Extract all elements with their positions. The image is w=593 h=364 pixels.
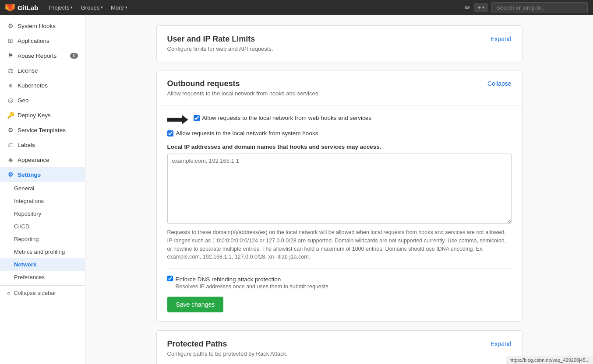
sidebar-item-license[interactable]: ⚖ License bbox=[0, 63, 85, 78]
expand-protected-paths-button[interactable]: Expand bbox=[491, 340, 511, 347]
user-ip-rate-limits-header: User and IP Rate Limits Configure limits… bbox=[157, 26, 522, 61]
plus-icon: + bbox=[477, 4, 481, 11]
user-ip-rate-limits-section: User and IP Rate Limits Configure limits… bbox=[156, 25, 522, 61]
sidebar-item-kubernetes[interactable]: ⎈ Kubernetes bbox=[0, 78, 85, 93]
geo-icon: ◎ bbox=[7, 97, 14, 104]
content-inner: User and IP Rate Limits Configure limits… bbox=[142, 15, 537, 364]
deploy-keys-icon: 🔑 bbox=[7, 112, 14, 119]
sidebar-sub-item-metrics-profiling[interactable]: Metrics and profiling bbox=[0, 245, 85, 258]
sidebar-item-service-templates[interactable]: ⚙ Service Templates bbox=[0, 122, 85, 137]
service-templates-icon: ⚙ bbox=[7, 126, 14, 133]
abuse-badge: 0 bbox=[70, 53, 78, 59]
outbound-requests-body: Allow requests to the local network from… bbox=[157, 106, 522, 321]
sidebar-item-abuse-reports[interactable]: ⚑ Abuse Reports 0 bbox=[0, 48, 85, 63]
expand-rate-limits-button[interactable]: Expand bbox=[491, 35, 511, 42]
groups-chevron-icon: ▾ bbox=[101, 5, 103, 10]
sidebar-sub-item-integrations[interactable]: Integrations bbox=[0, 195, 85, 207]
allow-web-hooks-row: Allow requests to the local network from… bbox=[194, 115, 371, 121]
more-menu[interactable]: More ▾ bbox=[107, 3, 131, 13]
sidebar-sub-item-reporting[interactable]: Reporting bbox=[0, 233, 85, 245]
sidebar-item-applications[interactable]: ⊞ Applications bbox=[0, 33, 85, 48]
search-input[interactable] bbox=[491, 2, 588, 13]
arrow-icon bbox=[167, 115, 188, 125]
allow-system-hooks-label: Allow requests to the local network from… bbox=[176, 130, 318, 136]
protected-paths-info: Protected Paths Configure paths to be pr… bbox=[167, 340, 288, 357]
sidebar-sub-item-preferences[interactable]: Preferences bbox=[0, 271, 85, 284]
ip-field-label: Local IP addresses and domain names that… bbox=[167, 144, 512, 150]
main-layout: ⚙ System Hooks ⊞ Applications ⚑ Abuse Re… bbox=[0, 15, 593, 364]
user-ip-rate-limits-desc: Configure limits for web and API request… bbox=[167, 46, 273, 52]
save-changes-button[interactable]: Save changes bbox=[167, 297, 224, 312]
sidebar-sub-item-cicd[interactable]: CI/CD bbox=[0, 220, 85, 233]
applications-icon: ⊞ bbox=[7, 37, 14, 44]
sidebar-sub-item-general[interactable]: General bbox=[0, 182, 85, 195]
settings-icon: ⚙ bbox=[7, 171, 14, 178]
sidebar: ⚙ System Hooks ⊞ Applications ⚑ Abuse Re… bbox=[0, 15, 85, 364]
collapse-sidebar-button[interactable]: « Collapse sidebar bbox=[0, 285, 85, 300]
url-bar: https://blog.csbn.no/vaq_429200j45... bbox=[506, 356, 593, 364]
allow-system-hooks-row: Allow requests to the local network from… bbox=[167, 130, 512, 136]
ip-addresses-textarea[interactable] bbox=[167, 154, 512, 224]
arrow-indicator: Allow requests to the local network from… bbox=[167, 115, 512, 125]
protected-paths-section: Protected Paths Configure paths to be pr… bbox=[156, 330, 522, 364]
appearance-icon: ◈ bbox=[7, 156, 14, 163]
user-ip-rate-limits-title: User and IP Rate Limits bbox=[167, 35, 273, 44]
topnav-links: Projects ▾ Groups ▾ More ▾ bbox=[46, 3, 131, 13]
dns-rebinding-row: Enforce DNS rebinding attack protection … bbox=[167, 276, 512, 290]
new-item-button[interactable]: + ▾ bbox=[474, 3, 488, 12]
dns-rebinding-checkbox[interactable] bbox=[167, 276, 173, 281]
more-chevron-icon: ▾ bbox=[125, 5, 127, 10]
labels-icon: 🏷 bbox=[7, 141, 14, 148]
protected-paths-header: Protected Paths Configure paths to be pr… bbox=[157, 331, 522, 364]
allow-web-hooks-checkbox[interactable] bbox=[194, 115, 200, 121]
outbound-requests-title: Outbound requests bbox=[167, 79, 320, 88]
collapse-icon: « bbox=[7, 290, 10, 296]
sidebar-item-labels[interactable]: 🏷 Labels bbox=[0, 137, 85, 152]
topnav-actions: ✏ + ▾ bbox=[465, 2, 588, 13]
abuse-icon: ⚑ bbox=[7, 52, 14, 59]
protected-paths-title: Protected Paths bbox=[167, 340, 288, 349]
sidebar-item-settings[interactable]: ⚙ Settings bbox=[0, 167, 85, 182]
sidebar-item-system-hooks[interactable]: ⚙ System Hooks bbox=[0, 18, 85, 33]
logo-text: GitLab bbox=[18, 4, 39, 11]
allow-web-hooks-label: Allow requests to the local network from… bbox=[202, 115, 371, 121]
logo[interactable]: GitLab bbox=[5, 3, 39, 12]
sidebar-item-appearance[interactable]: ◈ Appearance bbox=[0, 152, 85, 167]
kubernetes-icon: ⎈ bbox=[7, 82, 14, 89]
collapse-outbound-button[interactable]: Collapse bbox=[487, 80, 511, 87]
projects-chevron-icon: ▾ bbox=[71, 5, 73, 10]
divider bbox=[167, 268, 512, 269]
allow-system-hooks-checkbox[interactable] bbox=[167, 130, 173, 136]
outbound-requests-info: Outbound requests Allow requests to the … bbox=[167, 79, 320, 97]
new-item-chevron-icon: ▾ bbox=[482, 5, 484, 10]
groups-menu[interactable]: Groups ▾ bbox=[77, 3, 106, 13]
pencil-icon[interactable]: ✏ bbox=[465, 4, 470, 12]
sidebar-item-deploy-keys[interactable]: 🔑 Deploy Keys bbox=[0, 108, 85, 122]
content-area: User and IP Rate Limits Configure limits… bbox=[85, 15, 593, 364]
outbound-requests-desc: Allow requests to the local network from… bbox=[167, 90, 320, 97]
hook-icon: ⚙ bbox=[7, 22, 14, 29]
topnav: GitLab Projects ▾ Groups ▾ More ▾ ✏ + ▾ bbox=[0, 0, 593, 15]
dns-rebinding-help: Resolves IP addresses once and uses them… bbox=[176, 284, 328, 290]
projects-menu[interactable]: Projects ▾ bbox=[46, 3, 77, 13]
user-ip-rate-limits-info: User and IP Rate Limits Configure limits… bbox=[167, 35, 273, 52]
license-icon: ⚖ bbox=[7, 67, 14, 74]
ip-help-text: Requests to these domain(s)/address(es) … bbox=[167, 228, 512, 261]
sidebar-item-geo[interactable]: ◎ Geo bbox=[0, 93, 85, 108]
sidebar-sub-item-network[interactable]: Network bbox=[0, 258, 85, 271]
sidebar-sub-item-repository[interactable]: Repository bbox=[0, 207, 85, 220]
outbound-requests-header: Outbound requests Allow requests to the … bbox=[157, 70, 522, 106]
dns-rebinding-label: Enforce DNS rebinding attack protection bbox=[176, 276, 281, 283]
protected-paths-desc: Configure paths to be protected by Rack … bbox=[167, 350, 288, 357]
outbound-requests-section: Outbound requests Allow requests to the … bbox=[156, 70, 522, 322]
